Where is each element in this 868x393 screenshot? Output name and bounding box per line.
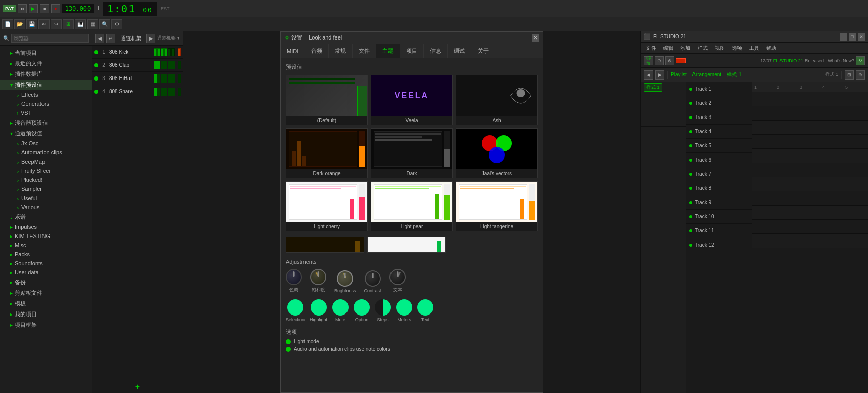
mixer-add-button[interactable]: ▶ [146, 34, 155, 43]
undo-button[interactable]: ↩ [38, 19, 50, 29]
redo-button[interactable]: ↪ [51, 19, 62, 29]
fl-menu-file[interactable]: 文件 [643, 43, 659, 53]
open-button[interactable]: 📂 [14, 19, 25, 29]
preset-light-cherry[interactable]: Light cherry [286, 181, 368, 231]
playlist-back-btn[interactable]: ◀ [644, 70, 653, 80]
sidebar-item-kim-testing[interactable]: ▸ KIM TESTING [0, 231, 92, 241]
pad[interactable] [171, 88, 175, 96]
sidebar-item-plucked[interactable]: ⬦ Plucked! [0, 175, 92, 184]
sidebar-item-userdata[interactable]: ▸ User data [0, 268, 92, 277]
sidebar-item-backup[interactable]: ▸ 备份 [0, 277, 92, 288]
playlist-zoom-btn[interactable]: ⊕ [856, 70, 865, 80]
selection-color-button[interactable] [287, 299, 303, 316]
meters-color-button[interactable] [396, 299, 412, 316]
playlist-forward-btn[interactable]: ▶ [655, 70, 664, 80]
fl-menu-tools[interactable]: 工具 [746, 43, 762, 53]
pad[interactable] [168, 74, 171, 83]
sidebar-item-misc[interactable]: ▸ Misc [0, 241, 92, 250]
sidebar-item-templates[interactable]: ▸ 模板 [0, 298, 92, 309]
sidebar-item-beepmap[interactable]: ⬦ BeepMap [0, 157, 92, 166]
pad[interactable] [171, 61, 175, 69]
pad[interactable] [168, 88, 171, 96]
settings-button[interactable]: ⚙ [111, 19, 122, 29]
pad[interactable] [154, 74, 157, 83]
contrast-knob[interactable] [365, 270, 381, 287]
preset-ash[interactable]: Ash [456, 75, 538, 125]
pad[interactable] [164, 61, 167, 69]
rewind-button[interactable]: ⏮ [18, 4, 27, 13]
preset-light-tangerine[interactable]: Light tangerine [456, 181, 538, 231]
piano-roll-button[interactable]: 🎹 [75, 19, 86, 29]
fl-close-button[interactable]: ✕ [858, 33, 865, 41]
highlight-color-button[interactable] [311, 299, 327, 316]
dialog-nav-midi[interactable]: MIDI [281, 44, 305, 58]
pad[interactable] [161, 48, 164, 56]
sidebar-item-soundfonts[interactable]: ▸ Soundfonts [0, 259, 92, 268]
hue-knob[interactable] [286, 269, 302, 285]
preset-dark-orange[interactable]: Dark orange [286, 128, 368, 178]
text-knob[interactable] [389, 269, 406, 285]
fl-add-button[interactable]: +添加 [644, 56, 653, 65]
fl-menu-help[interactable]: 帮助 [763, 43, 779, 53]
pad[interactable] [157, 88, 160, 96]
sidebar-item-clipboard[interactable]: ▸ 剪贴板文件 [0, 288, 92, 298]
fl-update-button[interactable]: ↻ [856, 56, 865, 65]
steps-color-button[interactable] [375, 299, 391, 316]
pad[interactable] [171, 48, 175, 56]
preset-extra-2[interactable] [367, 237, 446, 253]
sidebar-item-mixer-presets[interactable]: ▸ 混音器预设值 [0, 117, 92, 128]
fl-icon2[interactable]: ⊗ [665, 56, 674, 65]
dialog-nav-about[interactable]: 关于 [471, 44, 495, 58]
sidebar-item-impulses[interactable]: ▸ Impulses [0, 222, 92, 231]
mixer-back-button[interactable]: ◀ [95, 34, 104, 43]
sidebar-item-my-projects[interactable]: ▸ 我的项目 [0, 309, 92, 320]
mixer-add-channel-button[interactable]: + [92, 381, 183, 393]
sidebar-item-project-frame[interactable]: ▸ 项目框架 [0, 320, 92, 330]
browser-button[interactable]: 🔍 [99, 19, 110, 29]
pad[interactable] [154, 48, 157, 56]
pad[interactable] [164, 74, 167, 83]
sidebar-item-plugin-presets[interactable]: ▾ 插件预设值 [0, 80, 92, 90]
preset-extra-1[interactable] [286, 237, 364, 253]
fl-minimize-button[interactable]: ─ [840, 33, 847, 41]
pad[interactable] [157, 48, 160, 56]
stop-button[interactable]: ■ [40, 4, 49, 13]
brightness-knob[interactable] [337, 270, 353, 287]
preset-light-pear[interactable]: Light pear [371, 181, 453, 231]
sidebar-item-plugin-db[interactable]: ▸ 插件数据库 [0, 69, 92, 80]
pad[interactable] [171, 74, 175, 83]
sidebar-item-useful[interactable]: ⬦ Useful [0, 193, 92, 203]
sidebar-item-3xosc[interactable]: ⬦ 3x Osc [0, 139, 92, 148]
pad[interactable] [154, 61, 157, 69]
sidebar-item-sampler[interactable]: ⬦ Sampler [0, 184, 92, 193]
fl-menu-view[interactable]: 视图 [712, 43, 728, 53]
sidebar-item-effects[interactable]: ⬦ Effects [0, 90, 92, 99]
mute-color-button[interactable] [332, 299, 349, 316]
mixer-button[interactable]: ⊞ [63, 19, 74, 29]
pad[interactable] [161, 74, 164, 83]
dialog-nav-project[interactable]: 项目 [400, 44, 424, 58]
sidebar-item-fruity-slicer[interactable]: ⬦ Fruity Slicer [0, 166, 92, 175]
playlist-button[interactable]: ▦ [87, 19, 98, 29]
pad[interactable] [154, 88, 157, 96]
preset-jaai[interactable]: Jaai's vectors [456, 128, 538, 178]
sidebar-item-scores[interactable]: ♩ 乐谱 [0, 212, 92, 222]
saturation-knob[interactable] [310, 269, 326, 285]
pad[interactable] [161, 61, 164, 69]
new-button[interactable]: 📄 [2, 19, 13, 29]
dialog-nav-file[interactable]: 文件 [353, 44, 376, 58]
sidebar-item-automation[interactable]: ⬦ Automation clips [0, 148, 92, 157]
pad[interactable] [168, 61, 171, 69]
browser-search-input[interactable] [11, 34, 89, 43]
preset-veela[interactable]: VEELA Veela [371, 75, 453, 125]
dialog-nav-info[interactable]: 信息 [424, 44, 448, 58]
option-color-button[interactable] [354, 299, 370, 316]
sidebar-item-generators[interactable]: ⬦ Generators [0, 99, 92, 108]
pad[interactable] [161, 88, 164, 96]
fl-menu-edit[interactable]: 编辑 [660, 43, 676, 53]
pad[interactable] [157, 74, 160, 83]
fl-icon1[interactable]: ⊙ [655, 56, 664, 65]
sidebar-item-channel-presets[interactable]: ▾ 通道预设值 [0, 128, 92, 139]
mixer-undo-button[interactable]: ↩ [106, 34, 115, 43]
dialog-nav-debug[interactable]: 调试 [448, 44, 471, 58]
